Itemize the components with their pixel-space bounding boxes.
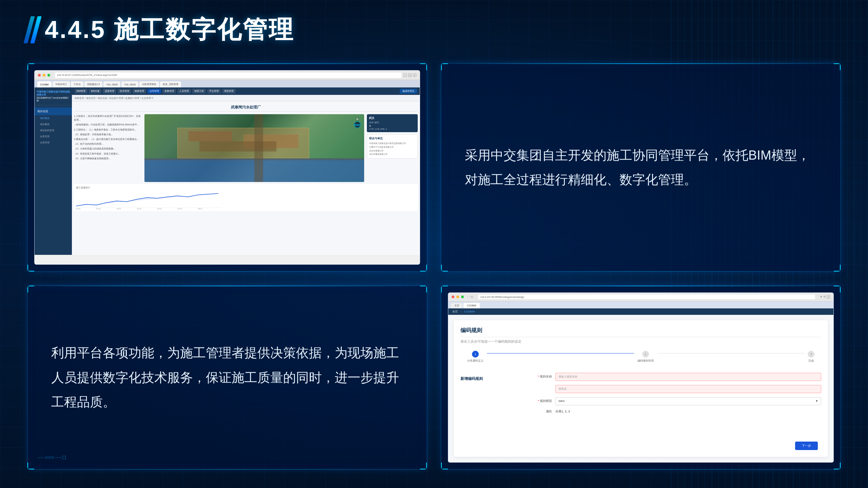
attr-label: 属性	[525, 409, 552, 414]
form-title: 编码规则	[460, 327, 821, 337]
nav-sub-intro[interactable]: 项目概述	[35, 121, 72, 127]
field-rule-desc: 请简述	[525, 385, 821, 393]
browser-btn-close[interactable]: ×	[413, 74, 416, 77]
form-card: 编码规则 请在三步步可地选一一个编码规则的设定 1 分类属性定义 2 编码	[454, 320, 828, 457]
title-slash-decoration	[27, 16, 38, 43]
corner-bl-3	[27, 463, 34, 469]
browser-tab-5[interactable]: YGL-JMZ8	[103, 81, 120, 87]
form-browser-bar: ‹ › ↻ 119.3.237.66:35536/codingservice/d…	[448, 293, 833, 302]
page-title: 4.4.5 施工数字化管理	[45, 14, 294, 46]
nav-forward[interactable]: ›	[469, 296, 470, 299]
nav-buttons: BIM管理 BIMS项 进度管理 技术管理 物资管理 合同管理 质量管理 人员管…	[75, 89, 236, 94]
form-nav-ccdbim[interactable]: CCDBIM	[464, 310, 475, 313]
project-left-info: 1.工程简介：武汉市武泰闸污水处理厂扩容至约3至6万m³，目前处理... （按地…	[74, 114, 142, 182]
nav-btn-system[interactable]: 系统管理	[222, 89, 236, 94]
field-input-rule-name[interactable]: 请输入规则名称	[555, 373, 821, 381]
browser-tab-2[interactable]: 中国水利工	[53, 81, 70, 87]
browser-dot-yellow	[43, 74, 45, 77]
nav-btn-material[interactable]: 物资管理	[133, 89, 146, 94]
text-panel-bottom: 利用平台各项功能，为施工管理者提供决策依据，为现场施工人员提供数字化技术服务，保…	[27, 285, 427, 470]
compass-north: N	[356, 118, 358, 121]
field-select-model[interactable]: WBS ▼	[555, 397, 821, 405]
browser-bar-1: 124.70.45.97:11305/Screen/XITN_1?/nime.a…	[35, 70, 420, 80]
info-line-1: 1.工程简介：武汉市武泰闸污水处理厂扩容至约3至6万m³，目前处理...	[74, 114, 142, 122]
browser-tab-3[interactable]: 工作台	[71, 81, 83, 87]
screenshot-panel-bottom: ‹ › ↻ 119.3.237.66:35536/codingservice/d…	[441, 285, 841, 470]
nav-btn-platform[interactable]: 平台管理	[207, 89, 221, 94]
browser-btn-minimize[interactable]: −	[403, 74, 407, 77]
browser-tab-ccdbm[interactable]: CCDBM	[37, 81, 52, 87]
select-value: WBS	[558, 400, 565, 403]
chart-label: 施工进度统计	[76, 186, 416, 189]
browser-tab-7[interactable]: 分析管理系统	[139, 81, 159, 87]
browser-tab-6[interactable]: YGL-JMZ8	[121, 81, 138, 87]
browser-btn-maximize[interactable]: □	[408, 74, 412, 77]
form-nav-home[interactable]: 首页	[452, 310, 458, 313]
form-tab-ccdbim[interactable]: CCDBIM	[463, 303, 480, 308]
progress-steps: 1 分类属性定义 2 编码规则管理 3 完成	[460, 351, 821, 363]
corner-bl-4	[441, 463, 448, 469]
nav-user-btn[interactable]: 施成管理员	[400, 89, 417, 94]
browser-tab-8[interactable]: 机具_关联管理	[160, 81, 181, 87]
corner-tr-3	[420, 286, 427, 292]
browser-dot-red	[38, 74, 41, 77]
nav-btn-smart[interactable]: 智慧工程	[192, 89, 206, 94]
form-url-text: 119.3.237.66:35536/codingservice/design	[480, 296, 524, 298]
nav-btn-progress[interactable]: 进度管理	[103, 89, 116, 94]
step-3: 3 完成	[808, 351, 814, 363]
form-btn-close[interactable]: ×	[827, 295, 830, 299]
select-arrow: ▼	[815, 400, 818, 403]
weather-quality: 良	[369, 124, 416, 128]
browser-tab-4[interactable]: 招投建议1.5	[84, 81, 103, 87]
corner-tl-4	[441, 286, 448, 292]
building-3	[199, 141, 276, 151]
form-subtitle: 请在三步步可地选一一个编码规则的设定	[460, 339, 821, 344]
text-panel-top: 采用中交集团自主开发的施工协同管理平台，依托BIM模型，对施工全过程进行精细化、…	[441, 63, 841, 272]
road-h	[144, 158, 364, 160]
svg-text:02-15: 02-15	[96, 208, 101, 209]
nav-sub-panorama2[interactable]: 全景管理	[35, 140, 72, 146]
nav-btn-tech[interactable]: 技术管理	[118, 89, 131, 94]
team-item-2: 中重中宁工程多多有限公司	[369, 145, 415, 149]
nav-btn-quality[interactable]: 质量管理	[162, 89, 176, 94]
nav-sub-overview[interactable]: 项目概况	[35, 115, 72, 121]
nav-btn-bim[interactable]: BIM管理	[75, 89, 87, 94]
browser-url-1: 124.70.45.97:11305/Screen/XITN_1?/nime.a…	[55, 73, 401, 78]
corner-tr-2	[834, 63, 841, 70]
nav-back[interactable]: ‹	[467, 296, 468, 299]
form-tab-home[interactable]: 主页	[451, 303, 462, 308]
nav-sub-panorama1[interactable]: 全景管理	[35, 134, 72, 140]
form-dot-green	[461, 296, 464, 298]
form-settings[interactable]: ⚙	[823, 295, 826, 299]
compass-east-label: East	[355, 123, 360, 126]
nav-refresh[interactable]: ↻	[471, 296, 473, 299]
corner-br	[420, 265, 427, 271]
title-section: 4.4.5 施工数字化管理	[27, 14, 841, 46]
form-two-col: 新增编码规则 规则名称 请输入规则名称	[460, 373, 821, 418]
corner-tl-2	[441, 63, 448, 70]
nav-btn-contract[interactable]: 合同管理	[147, 89, 161, 94]
svg-text:05-01: 05-01	[198, 208, 202, 209]
weather-widget: 武汉 今中 26℃ 良 27℃~31℃ 26℃~3	[367, 114, 418, 132]
field-rule-name: 规则名称 请输入规则名称	[525, 373, 821, 381]
form-url-bar: 119.3.237.66:35536/codingservice/design	[478, 294, 815, 299]
square-deco	[62, 456, 66, 459]
dot-3	[52, 456, 54, 459]
aerial-image: N East	[144, 114, 364, 182]
ccbim-nav: 项目信息 项目概况 项目概述 项目机构管理 全景管理 全景管理	[35, 105, 72, 148]
nav-btn-bims[interactable]: BIMS项	[89, 89, 101, 94]
info-line-8: （4）管道安装工程中较多，安装工程量大...	[74, 152, 142, 156]
field-attribute: 属性 分类1, 2, 3	[525, 409, 821, 414]
btn-next[interactable]: 下一步	[795, 442, 818, 450]
corner-tl	[27, 63, 34, 70]
info-line-4: （2）基础处理：天然地基承载力低...	[74, 133, 142, 136]
form-star[interactable]: ★	[820, 295, 822, 299]
corner-tr	[420, 63, 427, 70]
step-line-2	[657, 353, 804, 353]
form-tabs-bar: 主页 CCDBIM	[448, 302, 833, 308]
nav-item-project[interactable]: 项目信息	[35, 107, 72, 115]
field-input-desc[interactable]: 请简述	[555, 385, 821, 393]
nav-sub-org[interactable]: 项目机构管理	[35, 127, 72, 134]
chart-area: 施工进度统计 01-18 02-15 03-01 03-15 04-01	[74, 184, 418, 211]
nav-btn-people[interactable]: 人员管理	[177, 89, 191, 94]
